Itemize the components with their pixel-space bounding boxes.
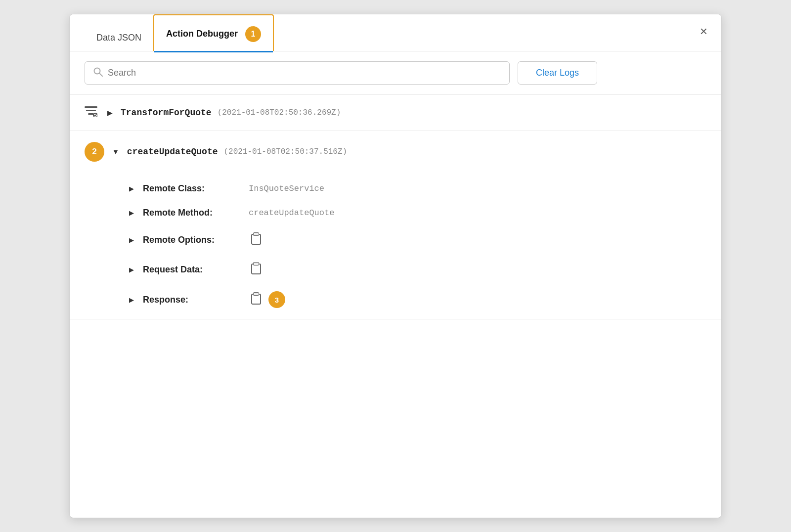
child-entry-remote-options: ▶ Remote Options: [70, 225, 721, 255]
svg-rect-3 [86, 110, 96, 111]
filter-icon[interactable] [85, 106, 97, 120]
log-entry-2: 2 ▼ createUpdateQuote (2021-01-08T02:50:… [70, 131, 721, 319]
expand-arrow-2[interactable]: ▼ [112, 148, 119, 156]
child-entry-request-data: ▶ Request Data: [70, 255, 721, 284]
child-value-remote-class: InsQuoteService [249, 184, 324, 193]
log-entry-1: ▶ TransformForQuote (2021-01-08T02:50:36… [70, 95, 721, 131]
tab-data-json[interactable]: Data JSON [85, 22, 153, 51]
log-title-1: TransformForQuote [121, 108, 212, 118]
search-icon [93, 67, 103, 79]
child-expand-remote-class[interactable]: ▶ [129, 185, 134, 192]
child-expand-request-data[interactable]: ▶ [129, 266, 134, 273]
child-label-remote-options: Remote Options: [143, 235, 242, 245]
child-value-remote-method: createUpdateQuote [249, 208, 334, 218]
child-label-remote-class: Remote Class: [143, 183, 242, 194]
clipboard-icon-remote-options[interactable] [251, 232, 262, 248]
search-input[interactable] [108, 68, 501, 78]
expand-arrow-1[interactable]: ▶ [107, 109, 113, 117]
child-label-response: Response: [143, 295, 242, 305]
tab-action-debugger[interactable]: Action Debugger 1 [153, 14, 274, 51]
svg-rect-2 [85, 106, 97, 108]
response-badge: 3 [268, 291, 285, 308]
child-label-remote-method: Remote Method: [143, 208, 242, 218]
svg-rect-4 [88, 113, 94, 115]
svg-rect-14 [254, 293, 259, 295]
toolbar: Clear Logs [70, 51, 721, 95]
debugger-panel: Data JSON Action Debugger 1 × Clear Logs [69, 14, 722, 518]
log-timestamp-1: (2021-01-08T02:50:36.269Z) [218, 108, 341, 117]
svg-line-1 [99, 73, 102, 76]
svg-rect-11 [254, 263, 259, 265]
tab-header: Data JSON Action Debugger 1 × [70, 14, 721, 51]
svg-rect-8 [254, 233, 259, 235]
clipboard-icon-request-data[interactable] [251, 262, 262, 277]
child-entry-remote-method: ▶ Remote Method: createUpdateQuote [70, 201, 721, 225]
child-expand-remote-options[interactable]: ▶ [129, 236, 134, 244]
child-entry-remote-class: ▶ Remote Class: InsQuoteService [70, 177, 721, 201]
log-title-2: createUpdateQuote [127, 147, 218, 157]
child-expand-remote-method[interactable]: ▶ [129, 209, 134, 217]
tab-badge: 1 [245, 26, 261, 42]
child-label-request-data: Request Data: [143, 265, 242, 275]
clipboard-icon-response[interactable] [251, 292, 262, 308]
close-button[interactable]: × [700, 25, 707, 38]
log-children-2: ▶ Remote Class: InsQuoteService ▶ Remote… [70, 173, 721, 319]
clear-logs-button[interactable]: Clear Logs [518, 61, 597, 85]
log-entry-badge-2: 2 [85, 142, 104, 162]
search-container [85, 61, 510, 85]
log-timestamp-2: (2021-01-08T02:50:37.516Z) [224, 147, 348, 156]
child-entry-response: ▶ Response: 3 [70, 284, 721, 315]
child-expand-response[interactable]: ▶ [129, 296, 134, 304]
log-content: ▶ TransformForQuote (2021-01-08T02:50:36… [70, 95, 721, 518]
